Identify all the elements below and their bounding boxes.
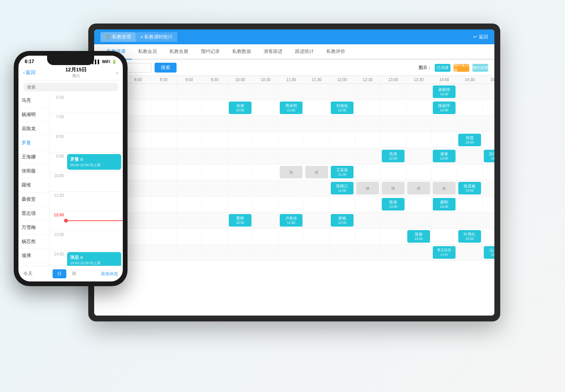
tab-roster[interactable]: 私教名册	[163, 44, 195, 60]
phone-back-button[interactable]: ‹ 返回	[23, 69, 36, 76]
trainer-item-xiangbo[interactable]: 项博	[18, 249, 49, 263]
event-xiexie[interactable]: 谢谢13:00	[433, 150, 456, 162]
slot-r6-8[interactable]: 王富富11:00	[330, 164, 355, 180]
event-lizhengfei[interactable]: 李正钰菲14:00	[433, 246, 456, 259]
slot-r11-12[interactable]: 李正钰菲14:00	[432, 245, 457, 260]
slot-r7-13[interactable]: 陈孟敏15:00	[457, 180, 483, 196]
event-xiejiaw[interactable]: 谢家维14:00	[433, 85, 456, 98]
slot-r9-4[interactable]: 曹静10:00	[228, 212, 253, 228]
slot-r6-7[interactable]: 休	[304, 164, 330, 180]
phone-search-input[interactable]	[23, 83, 118, 91]
event-wangfufu[interactable]: 王富富11:00	[331, 166, 354, 178]
slot-r10-11[interactable]: 熊裙13:00	[406, 229, 432, 244]
phone-event-zhangzong-14[interactable]: 张总 ⊙ 14:00-15:00 待上课	[67, 252, 121, 266]
event-huangmei[interactable]: 黄梅12:00	[331, 214, 354, 227]
trainer-item-luowei[interactable]: 羅维	[18, 178, 49, 192]
trainer-item-yangxinran[interactable]: 杨芯然	[18, 235, 49, 249]
slot-r7-11[interactable]: 休	[406, 180, 432, 196]
slot-r8-12[interactable]: 廖刚14:30	[432, 196, 457, 212]
event-zhangzhou[interactable]: 张洲10:00	[229, 102, 252, 114]
event-zhengxia[interactable]: 郑霞15:00	[458, 134, 481, 146]
time-14-00: 14:00	[432, 76, 457, 83]
trainer-item-liuyang[interactable]: 刘杨	[18, 263, 49, 266]
phone-today-button[interactable]: 今天	[23, 270, 33, 277]
time-12-00: 12:00	[330, 76, 355, 83]
slot-r2-12[interactable]: 陈丽萍14:00	[432, 100, 457, 116]
trainer-item-luoman[interactable]: 罗曼	[18, 136, 49, 150]
slot-r11-11	[406, 245, 432, 260]
trainer-item-zhangyuwei[interactable]: 张雨薇	[18, 164, 49, 178]
trainer-item-puzhiqiang[interactable]: 普志强	[18, 207, 49, 221]
slot-r9-0	[126, 212, 151, 228]
phone-add-rest-button[interactable]: 添加休息	[101, 271, 118, 277]
phone-slot-10-00	[66, 172, 123, 191]
event-shengshengyue[interactable]: 沈圣越15:00	[484, 246, 494, 259]
slot-r4-13[interactable]: 郑霞15:00	[457, 132, 483, 148]
event-liuhaizu[interactable]: 刘海祖12:00	[331, 102, 354, 114]
tab-reviews[interactable]: 私教评价	[320, 44, 352, 60]
event-chenxiaojiang[interactable]: 陈晓江11:00	[331, 182, 354, 194]
trainer-item-wuchenlong[interactable]: 吴陈龙	[18, 122, 49, 136]
slot-r9-9	[355, 212, 381, 228]
trainer-item-maliang[interactable]: 马亮	[18, 94, 49, 108]
slot-r5-12[interactable]: 谢谢13:00	[432, 148, 457, 164]
slot-r11-14[interactable]: 沈圣越15:00	[483, 245, 494, 260]
slot-r10-13[interactable]: 叶秀红15:00	[457, 229, 483, 244]
slot-r8-10[interactable]: 陈倩13:30	[381, 196, 406, 212]
event-rest-r7-12[interactable]: 休	[433, 182, 456, 194]
tab-prospects[interactable]: 潜客跟进	[257, 44, 289, 60]
event-xiongjun[interactable]: 熊裙13:00	[407, 230, 430, 243]
slot-r9-3	[202, 212, 228, 228]
event-chenliping[interactable]: 陈丽萍14:00	[433, 102, 456, 114]
phone-schedule[interactable]: 6:00 7:00 8:00 9:00	[50, 94, 123, 266]
slot-r1-12[interactable]: 谢家维14:00	[432, 84, 457, 100]
slot-r7-8[interactable]: 陈晓江11:00	[330, 180, 355, 196]
event-rest-r6-7[interactable]: 休	[305, 166, 328, 178]
slot-r7-10[interactable]: 休	[381, 180, 406, 196]
legend-consumed: 已消课	[435, 64, 450, 72]
event-zhouzhuoming[interactable]: 周卓明11:00	[280, 102, 303, 114]
event-rest-r6-6[interactable]: 休	[280, 166, 303, 178]
header-tab-stats-label: 私教课时统计	[144, 34, 173, 40]
slot-r2-6[interactable]: 周卓明11:00	[279, 100, 304, 116]
tab-data[interactable]: 私教数据	[226, 44, 257, 60]
trainer-item-wanghaina[interactable]: 王海娜	[18, 150, 49, 164]
slot-r7-12[interactable]: 休	[432, 180, 457, 196]
phone-event-luoman-9[interactable]: 罗曼 ⊙ 09:00-10:00 待上课	[67, 154, 121, 170]
tab-follow-stats[interactable]: 跟进统计	[289, 44, 320, 60]
event-gaoqian[interactable]: 高倩12:00	[382, 150, 405, 162]
slot-r2-8[interactable]: 刘海祖12:00	[330, 100, 355, 116]
event-liaogang[interactable]: 廖刚14:30	[433, 198, 456, 211]
search-button[interactable]: 搜索	[155, 63, 177, 73]
header-tab-stats[interactable]: ≡ 私教课时统计	[136, 32, 177, 42]
event-yexiuhong[interactable]: 叶秀红15:00	[458, 230, 481, 243]
phone-slot-14-00[interactable]: 张总 ⊙ 14:00-15:00 待上课	[66, 250, 123, 266]
phone-nav-next[interactable]: ›	[116, 69, 118, 76]
event-rest-r7-9[interactable]: 休	[356, 182, 379, 194]
trainer-item-wanxuemei[interactable]: 万雪梅	[18, 221, 49, 235]
event-ruanlingling[interactable]: 阮玲玲14:00	[484, 150, 494, 162]
event-chenmengmin[interactable]: 陈孟敏15:00	[458, 182, 481, 194]
back-button[interactable]: ↩ 返回	[473, 34, 488, 40]
phone-slot-9-00[interactable]: 罗曼 ⊙ 09:00-10:00 待上课	[66, 152, 123, 172]
header-tab-management[interactable]: 🏋 私教管理	[100, 32, 136, 42]
trainer-item-yangxiangming[interactable]: 杨湘明	[18, 108, 49, 122]
event-rest-r7-11[interactable]: 休	[407, 182, 430, 194]
slot-r5-14[interactable]: 阮玲玲14:00	[483, 148, 494, 164]
slot-r9-6[interactable]: 卢美伶11:00	[279, 212, 304, 228]
phone-week-tab[interactable]: 周	[67, 269, 81, 278]
event-caojing[interactable]: 曹静10:00	[229, 214, 252, 227]
slot-r5-10[interactable]: 高倩12:00	[381, 148, 406, 164]
tab-bookings[interactable]: 预约记录	[195, 44, 226, 60]
slot-r2-4[interactable]: 张洲10:00	[228, 100, 253, 116]
trainer-item-niejuntang[interactable]: 聂俊堂	[18, 192, 49, 207]
schedule-container[interactable]: 8:00 8:30 9:00 9:30 10:00 10:30 11:00 11…	[94, 76, 494, 316]
slot-r9-8[interactable]: 黄梅12:00	[330, 212, 355, 228]
slot-r7-9[interactable]: 休	[355, 180, 381, 196]
slot-r6-6[interactable]: 休	[279, 164, 304, 180]
event-chenqian[interactable]: 陈倩13:30	[382, 198, 405, 211]
event-lumeiling[interactable]: 卢美伶11:00	[280, 214, 303, 227]
event-rest-r7-10[interactable]: 休	[382, 182, 405, 194]
tab-members[interactable]: 私教会员	[132, 44, 163, 60]
phone-day-tab[interactable]: 日	[53, 269, 66, 278]
